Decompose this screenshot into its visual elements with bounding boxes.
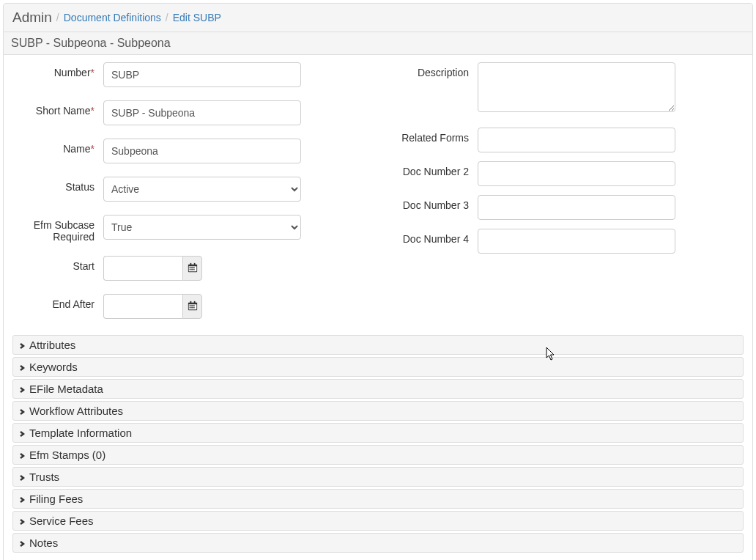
docnumber4-label: Doc Number 4: [382, 229, 478, 245]
accordion-keywords[interactable]: Keywords: [12, 357, 744, 377]
breadcrumb-sep-1: /: [56, 12, 59, 23]
svg-rect-14: [193, 305, 195, 306]
svg-rect-17: [193, 306, 195, 308]
efm-subcase-label: Efm Subcase Required: [8, 215, 103, 243]
svg-rect-13: [191, 305, 193, 306]
svg-rect-4: [193, 267, 195, 268]
number-input[interactable]: [103, 62, 301, 87]
accordion-service-fees[interactable]: Service Fees: [12, 511, 744, 531]
svg-rect-9: [193, 262, 195, 265]
breadcrumb-sep-2: /: [166, 12, 168, 23]
svg-rect-18: [190, 301, 191, 303]
name-input[interactable]: [103, 139, 301, 163]
page-subheader: SUBP - Subpeona - Subpeona: [4, 32, 752, 55]
accordion-workflow-attributes[interactable]: Workflow Attributes: [12, 401, 744, 421]
number-label: Number*: [8, 62, 103, 78]
form-col-left: Number* Short Name* Name* Status: [4, 62, 378, 332]
accordion-trusts[interactable]: Trusts: [12, 467, 744, 487]
start-calendar-button[interactable]: [182, 256, 202, 281]
accordion-filing-fees[interactable]: Filing Fees: [12, 489, 744, 509]
form-area: Number* Short Name* Name* Status: [4, 55, 752, 332]
accordion-template-information[interactable]: Template Information: [12, 423, 744, 443]
docnumber2-input[interactable]: [478, 161, 675, 186]
chevron-right-icon: [19, 361, 25, 373]
svg-rect-6: [191, 268, 193, 270]
description-label: Description: [382, 62, 478, 78]
breadcrumb-doc-definitions[interactable]: Document Definitions: [64, 12, 161, 23]
name-label: Name*: [8, 139, 103, 155]
main-panel: Admin / Document Definitions / Edit SUBP…: [3, 3, 753, 560]
docnumber3-input[interactable]: [478, 195, 675, 220]
start-input[interactable]: [103, 256, 182, 281]
svg-rect-19: [193, 301, 195, 303]
accordion-attributes[interactable]: Attributes: [12, 335, 744, 355]
svg-rect-15: [189, 306, 190, 308]
breadcrumb-edit[interactable]: Edit SUBP: [173, 12, 221, 23]
svg-rect-5: [189, 268, 190, 270]
docnumber2-label: Doc Number 2: [382, 161, 478, 177]
svg-rect-7: [193, 268, 195, 270]
docnumber4-input[interactable]: [478, 229, 675, 254]
shortname-label: Short Name*: [8, 100, 103, 117]
status-select[interactable]: Active: [103, 177, 301, 202]
breadcrumb: Admin / Document Definitions / Edit SUBP: [4, 4, 752, 32]
svg-rect-16: [191, 306, 193, 308]
chevron-right-icon: [19, 339, 25, 351]
accordion-efile-metadata[interactable]: EFile Metadata: [12, 379, 744, 399]
shortname-input[interactable]: [103, 100, 301, 125]
chevron-right-icon: [19, 405, 25, 417]
related-forms-label: Related Forms: [382, 128, 478, 144]
chevron-right-icon: [19, 383, 25, 395]
chevron-right-icon: [19, 537, 25, 549]
chevron-right-icon: [19, 427, 25, 439]
chevron-right-icon: [19, 471, 25, 483]
status-label: Status: [8, 177, 103, 193]
accordion-list: Attributes Keywords EFile Metadata Workf…: [4, 332, 752, 559]
svg-rect-12: [189, 305, 190, 306]
form-col-right: Description Related Forms Doc Number 2 D…: [378, 62, 752, 332]
chevron-right-icon: [19, 493, 25, 505]
endafter-calendar-button[interactable]: [182, 294, 202, 319]
description-textarea[interactable]: [478, 62, 675, 112]
efm-subcase-select[interactable]: True: [103, 215, 301, 240]
start-label: Start: [8, 256, 103, 272]
docnumber3-label: Doc Number 3: [382, 195, 478, 211]
breadcrumb-admin: Admin: [12, 10, 52, 26]
accordion-efm-stamps[interactable]: Efm Stamps (0): [12, 445, 744, 465]
calendar-icon: [188, 262, 198, 275]
svg-rect-2: [189, 267, 190, 268]
chevron-right-icon: [19, 515, 25, 527]
chevron-right-icon: [19, 449, 25, 461]
calendar-icon: [188, 301, 198, 313]
endafter-label: End After: [8, 294, 103, 310]
svg-rect-8: [190, 262, 191, 265]
accordion-notes[interactable]: Notes: [12, 533, 744, 553]
svg-rect-3: [191, 267, 193, 268]
related-forms-input[interactable]: [478, 128, 675, 152]
endafter-input[interactable]: [103, 294, 182, 319]
